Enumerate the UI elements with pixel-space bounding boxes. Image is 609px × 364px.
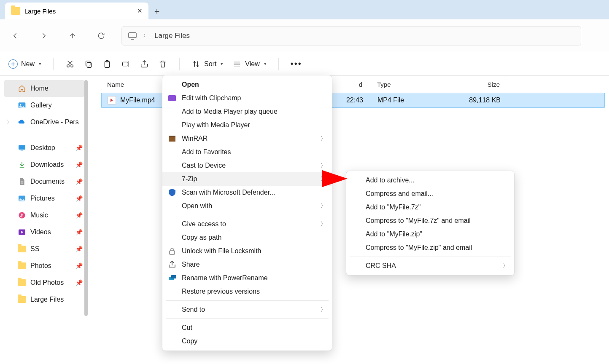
pin-icon: 📌	[75, 279, 83, 286]
file-type: MP4 File	[377, 96, 404, 104]
menu-open[interactable]: Open	[162, 78, 332, 91]
menu-play-mp[interactable]: Play with Media Player	[162, 118, 332, 132]
menu-copy[interactable]: Copy	[162, 335, 332, 348]
rename-icon[interactable]	[121, 59, 130, 69]
document-icon	[18, 178, 26, 185]
chevron-right-icon: 〉	[321, 306, 326, 313]
pin-icon: 📌	[75, 212, 83, 219]
back-button[interactable]	[7, 27, 24, 44]
address-location: Large Files	[154, 32, 190, 40]
file-name: MyFile.mp4	[120, 96, 155, 104]
lock-icon	[167, 246, 177, 256]
sidebar-item-onedrive[interactable]: 〉 OneDrive - Pers	[0, 114, 89, 131]
menu-separator	[166, 300, 329, 301]
menu-separator	[350, 257, 511, 257]
desktop-icon	[18, 144, 26, 152]
new-tab-button[interactable]: ＋	[148, 3, 165, 19]
share-icon[interactable]	[140, 59, 149, 69]
context-submenu-7zip: Add to archive... Compress and email... …	[346, 171, 515, 276]
svg-rect-10	[19, 145, 25, 150]
address-bar[interactable]: 〉 Large Files	[121, 26, 581, 46]
chevron-right-icon[interactable]: 〉	[7, 119, 12, 126]
menu-crc-sha[interactable]: CRC SHA〉	[346, 259, 514, 273]
sort-button[interactable]: Sort ▾	[191, 59, 223, 69]
menu-cut[interactable]: Cut	[162, 321, 332, 335]
clipchamp-icon	[167, 94, 177, 103]
menu-7zip[interactable]: 7-Zip〉	[162, 172, 332, 186]
sidebar-item-photos[interactable]: Photos📌	[0, 257, 89, 274]
view-icon	[232, 59, 242, 69]
column-type[interactable]: Type	[371, 76, 451, 93]
svg-point-9	[20, 104, 21, 105]
more-button[interactable]: •••	[291, 59, 302, 69]
download-icon	[18, 161, 26, 169]
sidebar-item-old-photos[interactable]: Old Photos📌	[0, 274, 89, 291]
close-tab-button[interactable]: ✕	[137, 7, 143, 15]
menu-cast[interactable]: Cast to Device〉	[162, 159, 332, 172]
menu-send-to[interactable]: Send to〉	[162, 303, 332, 316]
chevron-right-icon: 〉	[321, 135, 326, 142]
chevron-right-icon: 〉	[143, 32, 148, 40]
sidebar-item-videos[interactable]: Videos📌	[0, 224, 89, 241]
menu-add-mp-queue[interactable]: Add to Media Player play queue	[162, 105, 332, 118]
column-size[interactable]: Size	[451, 76, 506, 93]
menu-share[interactable]: Share	[162, 258, 332, 271]
menu-copy-path[interactable]: Copy as path	[162, 231, 332, 244]
chevron-right-icon: 〉	[321, 175, 326, 183]
chevron-right-icon: 〉	[321, 220, 326, 228]
up-button[interactable]	[64, 27, 81, 44]
sidebar-scrollbar[interactable]	[84, 80, 88, 316]
sidebar-item-home[interactable]: Home	[4, 80, 84, 97]
sidebar-item-downloads[interactable]: Downloads📌	[0, 156, 89, 173]
home-icon	[18, 85, 26, 92]
menu-add-7z[interactable]: Add to "MyFile.7z"	[346, 201, 514, 214]
refresh-button[interactable]	[93, 27, 110, 44]
menu-compress-email[interactable]: Compress and email...	[346, 187, 514, 201]
menu-add-archive[interactable]: Add to archive...	[346, 174, 514, 187]
menu-restore[interactable]: Restore previous versions	[162, 285, 332, 298]
chevron-right-icon: 〉	[321, 202, 326, 210]
copy-icon[interactable]	[84, 59, 93, 69]
cut-icon[interactable]	[65, 59, 75, 69]
sidebar-divider	[8, 135, 81, 135]
sidebar-item-gallery[interactable]: Gallery	[0, 97, 89, 114]
title-bar: Large Files ✕ ＋	[0, 0, 609, 19]
svg-rect-3	[87, 62, 91, 67]
tab-large-files[interactable]: Large Files ✕	[5, 3, 148, 19]
menu-add-zip[interactable]: Add to "MyFile.zip"	[346, 228, 514, 241]
sidebar-item-music[interactable]: Music📌	[0, 207, 89, 224]
forward-button[interactable]	[35, 27, 52, 44]
menu-winrar[interactable]: WinRAR〉	[162, 132, 332, 145]
menu-clipchamp[interactable]: Edit with Clipchamp	[162, 91, 332, 105]
paste-icon[interactable]	[102, 59, 112, 69]
shield-icon	[167, 188, 177, 197]
pin-icon: 📌	[75, 195, 83, 202]
menu-open-with[interactable]: Open with〉	[162, 199, 332, 213]
svg-point-12	[19, 212, 25, 219]
menu-defender[interactable]: Scan with Microsoft Defender...	[162, 186, 332, 199]
menu-locksmith[interactable]: Unlock with File Locksmith	[162, 244, 332, 258]
delete-icon[interactable]	[158, 59, 167, 69]
menu-compress-7z-email[interactable]: Compress to "MyFile.7z" and email	[346, 214, 514, 228]
menu-powerrename[interactable]: Rename with PowerRename	[162, 271, 332, 285]
chevron-down-icon: ▾	[221, 61, 223, 67]
svg-point-13	[20, 216, 22, 217]
context-menu: Open Edit with Clipchamp Add to Media Pl…	[162, 75, 332, 351]
svg-rect-7	[123, 62, 128, 66]
sidebar-item-ss[interactable]: SS📌	[0, 241, 89, 257]
view-button[interactable]: View ▾	[232, 59, 266, 69]
sidebar-item-large-files[interactable]: Large Files	[0, 291, 89, 308]
videos-icon	[18, 228, 26, 236]
menu-add-favorites[interactable]: Add to Favorites	[162, 145, 332, 159]
onedrive-icon	[18, 118, 26, 126]
folder-icon	[18, 296, 26, 303]
sidebar-item-documents[interactable]: Documents📌	[0, 173, 89, 190]
svg-point-1	[67, 64, 70, 67]
tab-title: Large Files	[24, 8, 133, 15]
new-button[interactable]: + New ▾	[8, 59, 41, 69]
clipboard-group	[65, 59, 167, 69]
sidebar-item-pictures[interactable]: Pictures📌	[0, 190, 89, 207]
sidebar-item-desktop[interactable]: Desktop📌	[0, 139, 89, 156]
menu-give-access[interactable]: Give access to〉	[162, 217, 332, 231]
menu-compress-zip-email[interactable]: Compress to "MyFile.zip" and email	[346, 241, 514, 254]
